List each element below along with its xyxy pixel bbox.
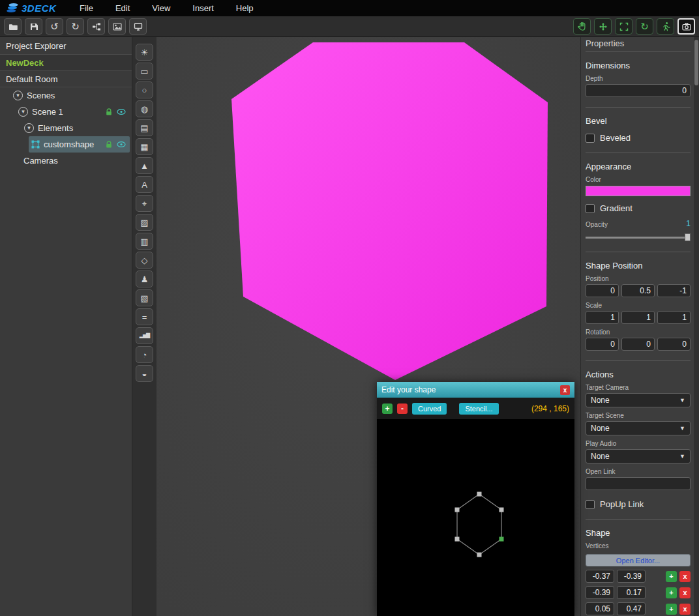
vertex-x-input[interactable] (586, 570, 614, 583)
tool-video[interactable]: ▥ (136, 233, 153, 250)
deck-name-row[interactable]: NewDeck (0, 55, 132, 71)
slider-track[interactable] (586, 237, 691, 239)
reset-view-button[interactable]: ↻ (636, 18, 653, 35)
tool-character[interactable]: ♟ (136, 271, 153, 287)
fullscreen-button[interactable] (615, 18, 632, 35)
target-camera-select[interactable]: None ▼ (586, 393, 691, 407)
delete-vertex-button[interactable]: x (679, 571, 691, 582)
tool-image[interactable]: ▨ (136, 214, 153, 231)
eye-icon[interactable] (117, 141, 126, 148)
vertex-x-input[interactable] (586, 586, 614, 599)
tool-rectangle[interactable]: ▭ (136, 63, 153, 80)
shape-edit-canvas[interactable] (377, 420, 574, 616)
vertex-handle[interactable] (455, 537, 460, 542)
tool-layers[interactable]: ▤ (136, 119, 153, 136)
tool-cube[interactable]: ▦ (136, 138, 153, 155)
rotation-y-input[interactable] (621, 338, 655, 351)
add-vertex-button[interactable]: + (666, 604, 677, 615)
tool-map[interactable]: ▧ (136, 289, 153, 306)
vertex-handle-selected[interactable] (499, 537, 504, 542)
add-vertex-button[interactable]: + (666, 571, 677, 582)
move-button[interactable] (594, 18, 612, 35)
slider-thumb[interactable] (685, 233, 691, 241)
depth-input[interactable] (586, 84, 691, 97)
stencil-button[interactable]: Stencil... (459, 403, 498, 415)
tool-cylinder[interactable]: ◒ (136, 365, 153, 382)
curved-button[interactable]: Curved (412, 403, 447, 415)
tool-line[interactable]: = (136, 308, 153, 325)
tool-bar-chart[interactable]: ▂▅▇ (136, 327, 153, 344)
room-name-row[interactable]: Default Room (0, 71, 132, 87)
tool-lamp[interactable]: ⌖ (136, 195, 153, 212)
beveled-checkbox[interactable] (586, 134, 595, 143)
open-project-button[interactable] (4, 18, 22, 35)
delete-vertex-button[interactable]: x (679, 587, 691, 598)
scale-y-input[interactable] (621, 311, 655, 324)
vertex-handle[interactable] (499, 508, 504, 512)
menu-edit[interactable]: Edit (104, 0, 141, 16)
tool-light[interactable]: ☀ (136, 44, 153, 61)
menu-file[interactable]: File (68, 0, 104, 16)
scene-hierarchy-button[interactable] (87, 18, 105, 35)
scale-x-input[interactable] (586, 311, 619, 324)
screenshot-button[interactable] (108, 18, 126, 35)
close-icon[interactable]: x (560, 385, 570, 395)
opacity-slider[interactable] (586, 233, 691, 242)
tool-cone[interactable]: ▲ (136, 157, 153, 174)
tool-pie-chart[interactable]: ◔ (136, 346, 153, 363)
panel-scrollbar[interactable] (694, 37, 699, 616)
delete-vertex-button[interactable]: x (679, 604, 691, 615)
popup-link-checkbox[interactable] (586, 500, 595, 509)
vertex-y-input[interactable] (617, 570, 646, 583)
chevron-down-icon[interactable]: ▾ (13, 91, 23, 100)
vertex-handle[interactable] (477, 553, 482, 557)
save-button[interactable] (25, 18, 42, 35)
lock-icon[interactable] (105, 141, 113, 149)
position-x-input[interactable] (586, 284, 619, 297)
tool-circle[interactable]: ○ (136, 81, 153, 98)
menu-insert[interactable]: Insert (181, 0, 225, 16)
tree-item-elements[interactable]: ▾ Elements (0, 120, 132, 136)
vertex-handle[interactable] (477, 492, 482, 497)
lock-icon[interactable] (105, 108, 113, 116)
undo-button[interactable]: ↺ (46, 18, 63, 35)
tree-item-scenes[interactable]: ▾ Scenes (0, 87, 132, 104)
gradient-checkbox[interactable] (586, 204, 595, 213)
tool-text[interactable]: A (136, 176, 153, 193)
open-editor-button[interactable]: Open Editor... (586, 554, 691, 566)
scrollbar-thumb[interactable] (694, 40, 698, 85)
preview-display-button[interactable] (129, 18, 147, 35)
custom-shape-object[interactable] (231, 42, 548, 380)
add-vertex-button[interactable]: + (666, 587, 677, 598)
tool-sphere[interactable]: ◍ (136, 100, 153, 117)
eye-icon[interactable] (117, 108, 126, 115)
scale-z-input[interactable] (657, 311, 691, 324)
dialog-title-bar[interactable]: Edit your shape x (377, 382, 574, 398)
walk-mode-button[interactable] (657, 18, 674, 35)
play-audio-select[interactable]: None ▼ (586, 449, 691, 463)
tree-item-cameras[interactable]: Cameras (0, 153, 132, 169)
tool-custom-shape[interactable]: ◇ (136, 252, 153, 269)
target-scene-select[interactable]: None ▼ (586, 421, 691, 435)
menu-help[interactable]: Help (225, 0, 265, 16)
color-swatch[interactable] (586, 186, 691, 196)
chevron-down-icon[interactable]: ▾ (18, 107, 28, 117)
vertex-y-input[interactable] (617, 586, 646, 599)
pan-button[interactable] (573, 18, 591, 35)
rotation-x-input[interactable] (586, 338, 619, 351)
menu-view[interactable]: View (141, 0, 181, 16)
vertex-handle[interactable] (455, 508, 460, 512)
camera-button[interactable] (677, 18, 695, 35)
position-y-input[interactable] (621, 284, 655, 297)
tree-item-scene-1[interactable]: ▾ Scene 1 (0, 104, 132, 120)
chevron-down-icon[interactable]: ▾ (24, 123, 34, 133)
open-link-input[interactable] (586, 477, 691, 490)
vertex-y-input[interactable] (617, 602, 646, 615)
vertex-x-input[interactable] (586, 602, 614, 615)
position-z-input[interactable] (657, 284, 691, 297)
remove-vertex-button[interactable]: - (397, 403, 408, 414)
redo-button[interactable]: ↻ (67, 18, 84, 35)
tree-item-customshape[interactable]: customshape (29, 136, 130, 153)
rotation-z-input[interactable] (657, 338, 691, 351)
add-vertex-button[interactable]: + (382, 403, 393, 414)
